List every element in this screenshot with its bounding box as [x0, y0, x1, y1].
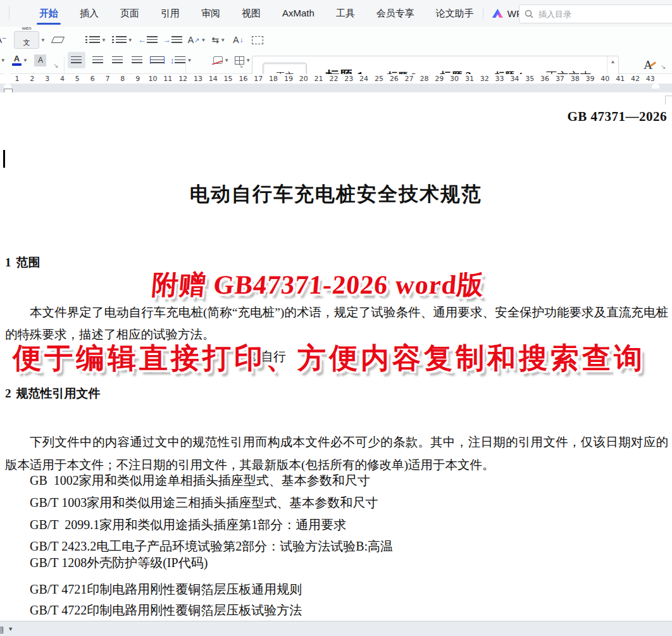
align-center-icon	[92, 56, 103, 64]
paragraph-group-expand-icon[interactable]: ↘	[238, 62, 243, 69]
menu-tab-会员专享[interactable]: 会员专享	[376, 0, 414, 27]
font-color-button[interactable]: A ▼	[12, 52, 28, 68]
menu-tab-论文助手[interactable]: 论文助手	[436, 0, 474, 27]
distribute-icon	[150, 56, 165, 64]
justify-icon	[132, 56, 142, 64]
text-tools-button[interactable]: A ↗ ▼	[188, 32, 206, 48]
line-spacing-button[interactable]: ↕ ▼	[170, 52, 192, 68]
align-right-button[interactable]	[111, 52, 125, 68]
bullet-list-icon	[85, 36, 87, 44]
reference-line[interactable]: GB/T 1208外壳防护等级(IP代码)	[0, 554, 668, 571]
margin-crop-mark	[665, 96, 672, 104]
horizontal-ruler: 1234567891011121314151617181920212223242…	[0, 74, 672, 92]
menu-bar: 开始插入页面引用审阅视图AxMath工具会员专享论文助手 WPS AI	[0, 0, 672, 27]
reference-list: GB 1002家用和类似用途单相插头插座型式、基本参数和尺寸GB/T 1003家…	[0, 472, 668, 618]
watermark-line-2: 便于编辑直接打印、方便内容复制和搜索查询	[13, 339, 645, 377]
normative-references-paragraph[interactable]: 下列文件中的内容通过文中的规范性引用而构成本文件必不可少的条款。其中，注日期的引…	[5, 431, 668, 477]
menu-tab-工具[interactable]: 工具	[336, 0, 355, 27]
char-shading-button[interactable]: A	[34, 52, 47, 68]
distribute-button[interactable]	[150, 52, 165, 68]
shrink-font-button[interactable]: A⁻	[0, 32, 8, 48]
font-color-icon: A	[12, 54, 22, 66]
format-eraser-button[interactable]	[51, 32, 65, 48]
paragraph-marks-icon	[252, 36, 263, 44]
shading-button[interactable]: ▼	[213, 52, 229, 68]
sort-down-icon: ↓	[240, 35, 244, 44]
search-icon	[525, 9, 533, 18]
menu-tab-视图[interactable]: 视图	[242, 0, 261, 27]
char-shading-icon: A	[34, 54, 46, 66]
eraser-icon	[51, 37, 65, 43]
menu-left-divider	[9, 6, 9, 20]
reference-line[interactable]: GB/T 2423.2电工电子产品环境试验第2部分：试验方法试验B:高温	[0, 538, 668, 554]
view-dropdown-icon[interactable]: ▼	[8, 626, 13, 632]
menu-tab-审阅[interactable]: 审阅	[201, 0, 220, 27]
reference-line[interactable]: GB/T 4721印制电路用刚性覆铜箔层压板通用规则	[0, 581, 668, 597]
show-marks-button[interactable]	[251, 32, 264, 48]
pinyin-guide-button[interactable]: wén 文 ▼	[14, 32, 46, 48]
wrap-icon: ⇆	[212, 35, 220, 45]
font-group-expand-icon[interactable]: ↘	[53, 62, 58, 69]
wrap-mark-button[interactable]: ⇆ ▼	[211, 32, 225, 48]
align-center-button[interactable]	[91, 52, 105, 68]
increase-indent-button[interactable]: →	[163, 32, 182, 48]
gallery-up-icon[interactable]: ▲	[611, 59, 616, 65]
justify-button[interactable]	[130, 52, 144, 68]
first-line-indent-marker[interactable]	[4, 73, 11, 78]
menu-tab-引用[interactable]: 引用	[161, 0, 180, 27]
document-title[interactable]: 电动自行车充电桩安全技术规范	[0, 181, 672, 208]
outdent-icon	[147, 36, 158, 44]
align-left-icon	[71, 56, 82, 64]
bullet-list-button[interactable]: ▼	[85, 32, 106, 48]
reference-line[interactable]: GB/T 1003家用和类似用途三相插头插座型式、基本参数和尺寸	[0, 494, 668, 511]
text-cursor	[3, 150, 5, 168]
align-left-button[interactable]	[68, 52, 85, 68]
menu-divider	[483, 8, 483, 19]
sort-button[interactable]: A ↓	[231, 32, 245, 48]
style-set-icon: A	[628, 58, 668, 72]
reference-line[interactable]: GB/T 2099.1家用和类似用途插头插座第1部分：通用要求	[0, 516, 668, 533]
paint-bucket-icon	[213, 56, 223, 64]
document-page[interactable]: GB 47371—2026 电动自行车充电桩安全技术规范 1范围 附赠 GB47…	[0, 92, 672, 621]
section-1-heading[interactable]: 1范围	[5, 254, 40, 271]
decrease-indent-button[interactable]: ←	[139, 32, 158, 48]
pinyin-icon: wén 文	[14, 31, 39, 49]
ribbon-toolbar: A⁻ wén 文 ▼ ▼ ▼ ← → A ↗ ▼	[0, 27, 672, 74]
menu-tab-开始[interactable]: 开始	[39, 0, 58, 27]
menu-tabs: 开始插入页面引用审阅视图AxMath工具会员专享论文助手	[39, 0, 474, 27]
search-input[interactable]	[537, 9, 635, 20]
menu-tab-AxMath[interactable]: AxMath	[282, 0, 314, 27]
numbered-list-icon	[112, 36, 114, 44]
reference-line[interactable]: GB 1002家用和类似用途单相插头插座型式、基本参数和尺寸	[0, 472, 668, 489]
status-bar: ▤ ▼	[0, 621, 672, 636]
menu-tab-插入[interactable]: 插入	[80, 0, 99, 27]
search-box[interactable]	[519, 4, 672, 23]
menu-tab-页面[interactable]: 页面	[120, 0, 139, 27]
watermark-line-1: 附赠 GB47371-2026 word版	[151, 267, 486, 302]
numbered-list-button[interactable]: ▼	[112, 32, 133, 48]
align-right-icon	[112, 56, 123, 64]
clipped-button[interactable]: A▼	[0, 52, 6, 68]
indent-icon	[171, 36, 182, 44]
line-spacing-icon: ↕	[170, 56, 175, 65]
standard-number: GB 47371—2026	[567, 109, 667, 125]
section-2-heading[interactable]: 2规范性引用文件	[5, 385, 101, 402]
page-view-icon[interactable]: ▤	[0, 625, 4, 634]
reference-line[interactable]: GB/T 4722印制电路用刚性覆铜箔层压板试验方法	[0, 602, 668, 618]
wps-ai-icon	[492, 9, 503, 18]
